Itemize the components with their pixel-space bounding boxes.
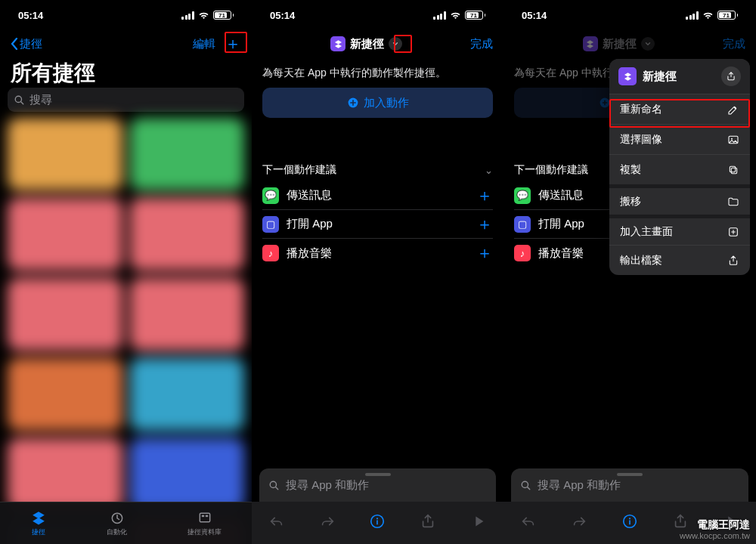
done-button[interactable]: 完成: [723, 37, 745, 51]
wifi-icon: [450, 11, 461, 20]
screen-editor-menu: 05:14 71 新捷徑 完成 為每天在 App 中執行的動作製作捷徑。 加入動…: [503, 0, 756, 544]
svg-rect-4: [205, 515, 207, 517]
status-time: 05:14: [270, 10, 295, 21]
menu-item-picture[interactable]: 選擇圖像: [609, 124, 750, 154]
shortcut-tile[interactable]: [130, 278, 245, 351]
status-bar: 05:14 71: [503, 0, 756, 30]
tab-shortcuts[interactable]: 捷徑: [30, 510, 47, 537]
share-button[interactable]: [721, 66, 741, 86]
folder-icon: [727, 196, 739, 208]
search-icon: [268, 480, 280, 491]
signal-icon: [181, 11, 194, 20]
action-search[interactable]: 搜尋 App 和動作: [259, 468, 496, 502]
redo-button: [571, 513, 587, 533]
chevron-down-icon[interactable]: [389, 37, 402, 51]
navbar: 捷徑 編輯 ＋: [0, 30, 252, 57]
chevron-down-icon: [641, 37, 655, 51]
plus-square-icon: [727, 226, 739, 238]
shortcut-icon: [618, 67, 637, 85]
menu-item-pencil[interactable]: 重新命名: [609, 94, 750, 124]
shortcut-tile[interactable]: [130, 118, 245, 190]
menu-item-plus-square[interactable]: 加入主畫面: [609, 215, 750, 245]
editor-title: 新捷徑: [583, 36, 655, 51]
add-suggestion-button[interactable]: ＋: [476, 242, 493, 264]
battery-icon: 71: [717, 11, 739, 20]
screen-editor: 05:14 71 新捷徑 完成 為每天在 App 中執行的動作製作捷徑。 加入動…: [252, 0, 503, 544]
add-suggestion-button[interactable]: ＋: [476, 184, 493, 207]
menu-item-export[interactable]: 輸出檔案: [609, 245, 750, 275]
status-time: 05:14: [18, 10, 43, 21]
shortcut-tile[interactable]: [130, 198, 245, 270]
edit-button[interactable]: 編輯: [193, 37, 215, 51]
info-button[interactable]: [621, 513, 638, 533]
shortcut-tile[interactable]: [8, 198, 122, 270]
suggestion-row[interactable]: 💬傳送訊息＋: [262, 181, 493, 210]
add-action-button[interactable]: 加入動作: [262, 88, 493, 118]
add-shortcut-button[interactable]: ＋: [225, 36, 241, 52]
svg-point-11: [731, 138, 733, 139]
shortcut-tile[interactable]: [8, 438, 122, 511]
shortcut-icon: [583, 36, 598, 51]
battery-icon: 71: [213, 11, 234, 20]
shortcuts-icon: [30, 510, 47, 525]
menu-item-copy[interactable]: 複製: [609, 154, 750, 184]
svg-point-6: [270, 481, 276, 487]
suggestions-header[interactable]: 下一個動作建議 ⌄: [262, 163, 493, 177]
action-search[interactable]: 搜尋 App 和動作: [511, 468, 748, 502]
search-input[interactable]: 搜尋: [8, 88, 244, 112]
shortcut-tile[interactable]: [8, 358, 122, 431]
svg-point-15: [522, 481, 528, 487]
status-time: 05:14: [522, 10, 547, 21]
undo-button: [520, 513, 537, 533]
wifi-icon: [702, 11, 714, 20]
svg-point-17: [629, 518, 631, 519]
menu-header: 新捷徑: [609, 59, 750, 94]
shortcut-icon: [330, 36, 345, 51]
search-placeholder: 搜尋: [29, 93, 52, 107]
add-suggestion-button[interactable]: ＋: [476, 213, 493, 236]
svg-rect-12: [731, 168, 736, 173]
done-button[interactable]: 完成: [470, 37, 493, 51]
suggestion-row[interactable]: ♪播放音樂＋: [262, 239, 493, 267]
export-icon: [727, 255, 739, 267]
svg-rect-2: [200, 513, 209, 522]
shortcut-menu: 新捷徑 重新命名選擇圖像複製搬移加入主畫面輸出檔案: [609, 59, 750, 275]
suggestion-row[interactable]: ▢打開 App＋: [262, 210, 493, 239]
clock-icon: [109, 510, 125, 525]
gallery-icon: [197, 510, 213, 525]
svg-point-0: [15, 96, 21, 102]
battery-icon: 71: [465, 11, 486, 20]
editor-toolbar: [252, 502, 503, 544]
shortcut-tile[interactable]: [8, 118, 122, 190]
navbar: 新捷徑 完成: [503, 30, 756, 57]
redo-button[interactable]: [319, 513, 336, 533]
back-button[interactable]: 捷徑: [11, 37, 42, 51]
shortcut-tile[interactable]: [130, 358, 245, 431]
editor-title[interactable]: 新捷徑: [330, 36, 402, 51]
shortcut-tile[interactable]: [130, 438, 245, 511]
svg-rect-13: [730, 166, 735, 172]
copy-icon: [727, 164, 739, 176]
wifi-icon: [198, 11, 209, 20]
menu-item-folder[interactable]: 搬移: [609, 184, 750, 215]
svg-point-8: [376, 518, 378, 519]
suggestions-list: 💬傳送訊息＋▢打開 App＋♪播放音樂＋: [262, 181, 493, 267]
signal-icon: [686, 11, 699, 20]
menu-title: 新捷徑: [643, 70, 677, 84]
tab-automation[interactable]: 自動化: [107, 510, 127, 537]
plus-circle-icon: [347, 97, 359, 109]
svg-rect-3: [201, 515, 203, 517]
pencil-icon: [727, 104, 739, 116]
info-button[interactable]: [369, 513, 386, 533]
search-icon: [14, 94, 25, 106]
shortcut-tile[interactable]: [8, 278, 122, 351]
navbar: 新捷徑 完成: [252, 30, 503, 57]
undo-button[interactable]: [268, 513, 285, 533]
shortcut-grid: [8, 118, 244, 506]
search-icon: [520, 480, 531, 491]
screen-all-shortcuts: 05:14 71 捷徑 編輯 ＋ 所有捷徑 搜尋: [0, 0, 252, 544]
chevron-down-icon: ⌄: [485, 165, 493, 176]
tab-gallery[interactable]: 捷徑資料庫: [187, 510, 222, 537]
play-button[interactable]: [470, 513, 487, 533]
share-button[interactable]: [420, 513, 436, 533]
